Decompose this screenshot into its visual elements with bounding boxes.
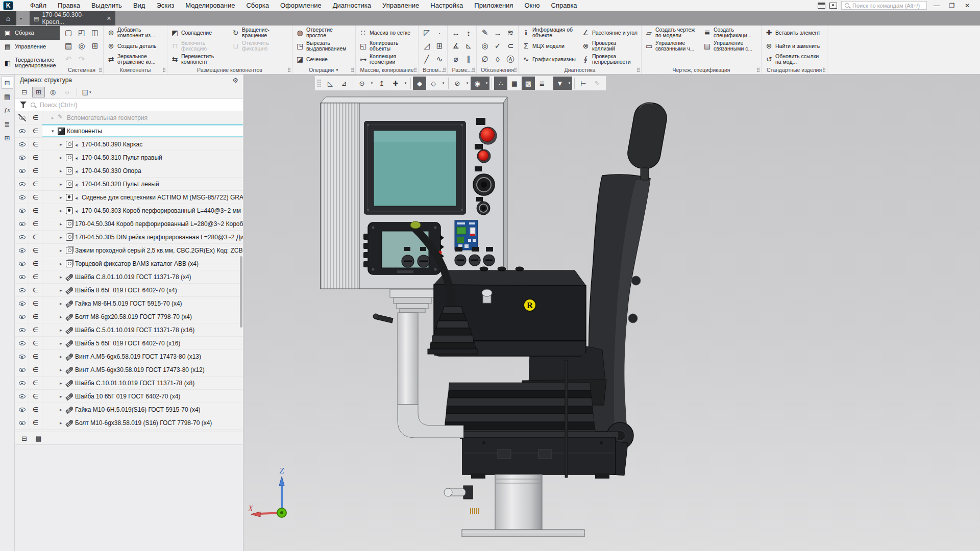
panel-strip-button[interactable]: ⊞ [2,132,13,144]
system-icon-button[interactable]: ▤ [62,39,75,53]
tree-row[interactable]: ∈ ▸ Шайба 8 65Г 019 ГОСТ 6402-70 (x4) [15,284,243,297]
model-3d-view[interactable]: R [244,74,980,551]
include-status-icon[interactable]: ∈ [29,111,42,124]
tree-row[interactable]: ∈ ▸ Гайка М8-6Н.5.019 ГОСТ 5915-70 (x4) [15,297,243,310]
expand-arrow-icon[interactable]: ▸ [60,354,66,359]
tree-structure-view-button[interactable]: ⊞ [32,87,45,97]
workspace-tab-management[interactable]: ▤ Управление [0,40,60,54]
menu-item[interactable]: Правка [52,0,86,11]
visibility-eye-icon[interactable] [15,363,29,376]
visibility-eye-icon[interactable] [15,111,29,124]
include-status-icon[interactable]: ∈ [29,178,42,190]
tree-row[interactable]: ∈ ▸ 170-04.50.390 Каркас [15,138,243,151]
include-status-icon[interactable]: ∈ [29,350,42,363]
visibility-eye-icon[interactable] [15,284,29,296]
sketch-local-button[interactable]: ⊿ [337,77,351,90]
zoom-button[interactable]: ⊙ [355,77,369,90]
ribbon-button[interactable]: ⊔Отключить фиксацию [230,39,290,53]
measure-button[interactable]: ⊢ [577,77,590,90]
display-mode-button[interactable]: ◇ [427,77,440,90]
points-display-button[interactable]: ∴ [494,77,507,90]
screen-settings-icon[interactable] [829,3,837,9]
sections-button[interactable]: ▦ [508,77,521,90]
tree-row[interactable]: ∈ ▸ 170-04.50.320 Пульт левый [15,178,243,191]
ribbon-button[interactable]: ◩Совпадение [169,26,230,39]
expand-arrow-icon[interactable]: ▸ [60,301,66,306]
expand-arrow-icon[interactable]: ▸ [60,314,66,319]
ribbon-group-label[interactable]: Стандартные изделия [762,66,827,74]
visibility-eye-icon[interactable] [15,191,29,204]
workspace-tab-solid-modeling[interactable]: ◧ Твердотельное моделирование [0,54,60,72]
annotation-icon-button[interactable]: ✎ [478,26,492,39]
menu-item[interactable]: Сборка [240,0,275,11]
tree-row[interactable]: ∈ ▸ Зажим проходной серый 2,5 кв.мм, CBC… [15,244,243,257]
tree-row[interactable]: ∈ ▸ Винт А.М5-6gx6.58.019 ГОСТ 17473-80 … [15,350,243,363]
layers-button[interactable]: ≣ [535,77,549,90]
hide-objects-dropdown[interactable]: ▾ [464,77,470,90]
include-status-icon[interactable]: ∈ [29,204,42,217]
visibility-eye-icon[interactable] [15,151,29,164]
include-status-icon[interactable]: ∈ [29,191,42,204]
include-status-icon[interactable]: ∈ [29,390,42,403]
include-status-icon[interactable]: ∈ [29,310,42,323]
tree-row[interactable]: ∈ ▸ Вспомогательная геометрия [15,111,243,124]
tree-scrollbar-thumb[interactable] [240,256,242,328]
menu-item[interactable]: Приложения [469,0,519,11]
ribbon-button[interactable]: ∠Расстояние и угол [580,26,640,39]
menu-item[interactable]: Эскиз [151,0,180,11]
annotation-icon-button[interactable]: → [491,26,504,39]
ribbon-group-label[interactable]: Массив, копирование [356,66,418,74]
ribbon-group-label[interactable]: Размещение компонентов [167,66,292,74]
ribbon-button[interactable]: ⊗Проверка коллизий [580,39,640,53]
tree-row[interactable]: ∈ ▸ Шайба C.8.01.10.019 ГОСТ 11371-78 (x… [15,270,243,284]
tree-row[interactable]: ∈ ▸ 170-04.50.310 Пульт правый [15,151,243,164]
annotation-icon-button[interactable]: ◊ [491,53,504,66]
ribbon-group-label[interactable]: Вспом... [419,66,447,74]
gear-icon[interactable]: ⚙ [232,77,238,84]
command-search-input[interactable] [852,3,924,9]
home-dropdown[interactable]: ▾ [16,11,26,26]
include-status-icon[interactable]: ∈ [29,138,42,151]
annotation-icon-button[interactable]: ◎ [478,39,492,53]
orientation-dropdown[interactable]: ▾ [403,77,408,90]
menu-item[interactable]: Файл [24,0,52,11]
dimension-icon-button[interactable]: ↔ [449,26,462,39]
panel-strip-button[interactable]: ƒx [2,104,13,116]
display-mode-dropdown[interactable]: ▾ [440,77,446,90]
panel-strip-button[interactable]: ⊟ [2,77,13,89]
aux-geometry-icon-button[interactable]: ∿ [433,53,446,66]
ribbon-button[interactable]: ΣМЦХ модели [520,39,580,53]
zoom-dropdown[interactable]: ▾ [369,77,375,90]
tree-component-search-button[interactable]: ◎ [46,87,59,97]
menu-item[interactable]: Справка [546,0,583,11]
ribbon-button[interactable]: ⊕Добавить компонент из... [105,26,165,39]
dimension-icon-button[interactable]: ∡ [449,39,462,53]
ribbon-button[interactable]: ∮Проверка непрерывности [580,53,640,66]
include-status-icon[interactable]: ∈ [29,257,42,270]
include-status-icon[interactable]: ∈ [29,231,42,243]
windows-layout-icon[interactable] [818,3,825,9]
document-tab[interactable]: ▤ 170-04.50.300-Кресл... ✕ [30,11,115,26]
expand-arrow-icon[interactable]: ▸ [60,420,66,425]
visibility-eye-icon[interactable] [15,164,29,177]
expand-arrow-icon[interactable]: ▸ [60,195,66,200]
expand-arrow-icon[interactable]: ▸ [60,142,66,147]
visibility-eye-icon[interactable] [15,204,29,217]
tree-row[interactable]: ∈ ▾ Компоненты [15,124,243,138]
system-icon-button[interactable]: ⊞ [88,39,102,53]
menu-item[interactable]: Диагностика [327,0,377,11]
expand-arrow-icon[interactable]: ▸ [60,394,66,399]
ribbon-button[interactable]: ↺Обновить ссылки на мод... [763,53,825,66]
tree-row[interactable]: ∈ ▸ Торцевой фиксатор BAM3 каталог ABB (… [15,257,243,270]
ribbon-button[interactable]: ⇄Зеркальное отражение ко... [105,53,165,66]
tree-row[interactable]: ∈ ▸ Шайба 10 65Г 019 ГОСТ 6402-70 (x4) [15,390,243,403]
ribbon-group-label[interactable]: Операции▼ [292,66,355,74]
visibility-eye-icon[interactable] [15,138,29,151]
aux-geometry-icon-button[interactable]: ∙ [433,26,446,39]
dimension-icon-button[interactable]: ↕ [462,26,475,39]
ribbon-button[interactable]: ▤Управление связанными с... [701,39,760,53]
menu-item[interactable]: Управление [377,0,425,11]
ribbon-button[interactable]: ⊚Создать деталь [105,39,165,53]
ribbon-button[interactable]: ⊶Коллекция геометрии [357,53,416,66]
visibility-eye-icon[interactable] [15,416,29,429]
